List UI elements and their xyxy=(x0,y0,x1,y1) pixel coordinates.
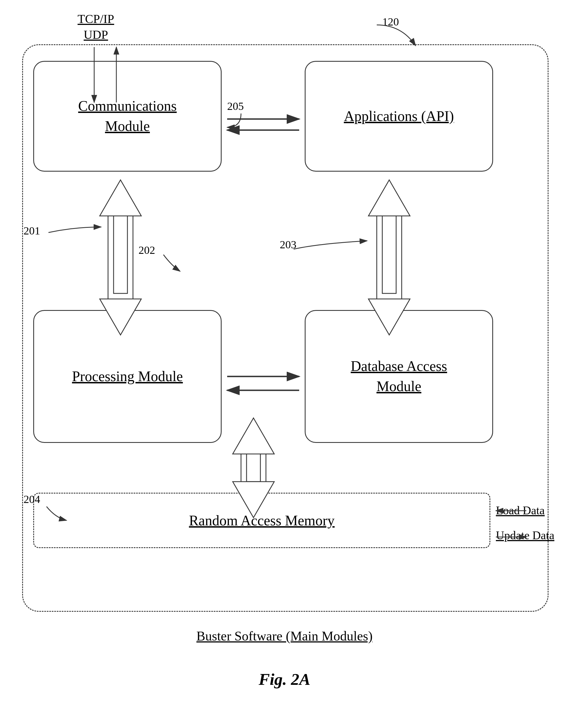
ref-202: 202 xyxy=(138,244,155,257)
update-data-label: Update Data xyxy=(496,529,554,542)
load-data-label: Load Data xyxy=(496,504,545,517)
ram-module-label: Random Access Memory xyxy=(189,512,335,529)
caption-fig: Fig. 2A xyxy=(0,670,569,689)
proc-module-label: Processing Module xyxy=(72,366,183,387)
caption-main: Buster Software (Main Modules) xyxy=(0,628,569,644)
db-module-label: Database AccessModule xyxy=(351,356,447,397)
page: TCP/IP UDP 120 Communications Module App… xyxy=(0,0,569,728)
ref-203: 203 xyxy=(280,238,297,251)
ref-204: 204 xyxy=(24,493,40,506)
tcp-udp-label: TCP/IP UDP xyxy=(78,11,114,43)
ram-module-box: Random Access Memory xyxy=(33,493,490,548)
db-module-box: Database AccessModule xyxy=(305,310,493,443)
comm-module-label: Communications Module xyxy=(78,96,176,136)
comm-module-box: Communications Module xyxy=(33,61,221,172)
api-module-label: Applications (API) xyxy=(344,106,454,127)
proc-module-box: Processing Module xyxy=(33,310,221,443)
api-module-box: Applications (API) xyxy=(305,61,493,172)
ref-120: 120 xyxy=(382,15,399,28)
ref-201: 201 xyxy=(24,224,40,237)
ref-205: 205 xyxy=(227,100,244,113)
